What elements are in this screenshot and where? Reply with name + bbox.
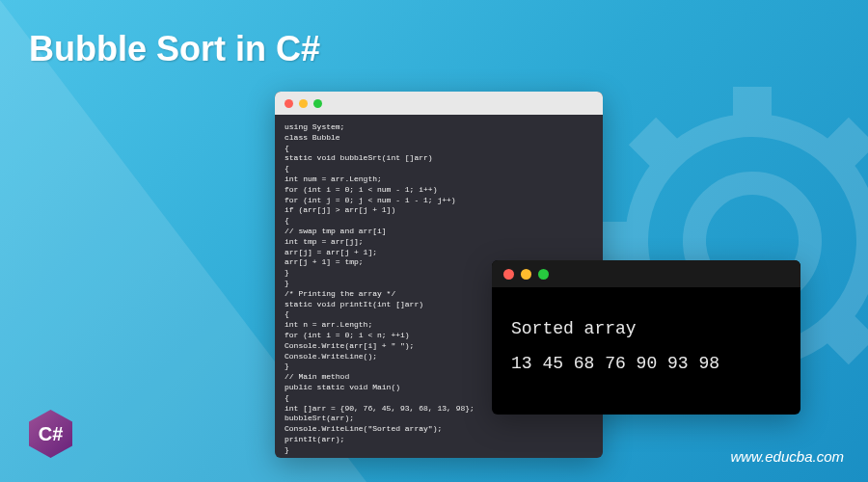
close-icon xyxy=(503,269,514,280)
window-titlebar xyxy=(275,92,603,115)
website-url: www.educba.com xyxy=(730,448,844,465)
output-line: 13 45 68 76 90 93 98 xyxy=(511,346,781,381)
minimize-icon xyxy=(299,99,308,108)
maximize-icon xyxy=(313,99,322,108)
page-title: Bubble Sort in C# xyxy=(29,29,320,69)
close-icon xyxy=(285,99,293,108)
minimize-icon xyxy=(521,269,531,280)
output-line: Sorted array xyxy=(511,311,781,346)
terminal-output-window: Sorted array 13 45 68 76 90 93 98 xyxy=(492,260,800,415)
output-content: Sorted array 13 45 68 76 90 93 98 xyxy=(492,287,800,405)
maximize-icon xyxy=(538,269,549,280)
window-titlebar xyxy=(492,260,800,287)
logo-text: C# xyxy=(39,423,64,445)
